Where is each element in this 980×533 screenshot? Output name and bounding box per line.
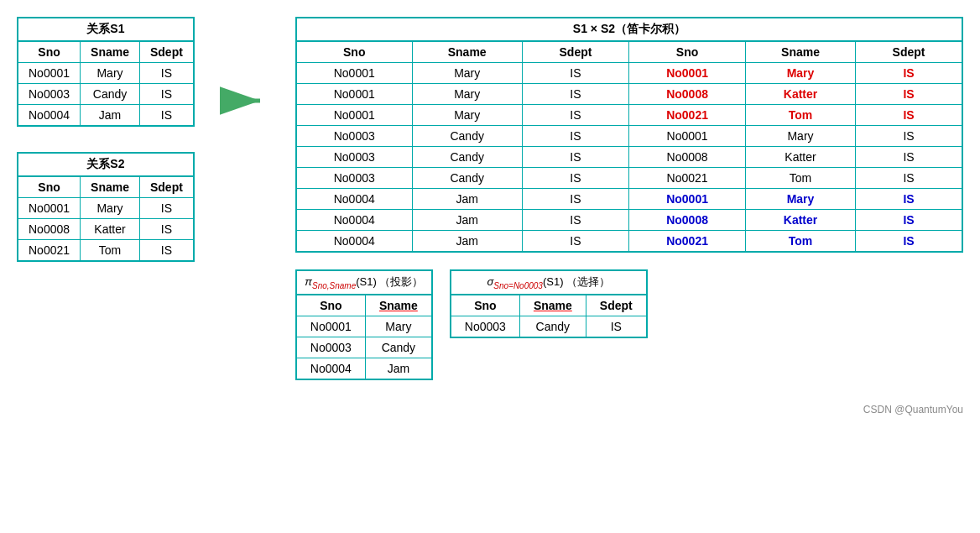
s1-header-sdept: Sdept — [139, 41, 193, 63]
s2-title: 关系S2 — [17, 152, 195, 175]
proj-h-sno: Sno — [296, 295, 366, 316]
s2-header-sno: Sno — [18, 176, 81, 198]
s1-table-container: 关系S1 Sno Sname Sdept No0001MaryISNo0003C… — [17, 17, 195, 127]
projection-math: πSno,Sname(S1) — [305, 275, 379, 288]
s2-header-sname: Sname — [81, 176, 140, 198]
bottom-row: πSno,Sname(S1) （投影） Sno Sname No0001Mary… — [295, 269, 963, 380]
s2-header-sdept: Sdept — [139, 176, 193, 198]
table-row: No0004Jam — [296, 358, 432, 379]
s1-header-sname: Sname — [81, 41, 140, 63]
table-row: No0001MaryISNo0001MaryIS — [296, 63, 962, 84]
table-row: No0004JamISNo0008KatterIS — [296, 210, 962, 231]
table-row: No0001MaryISNo0021TomIS — [296, 105, 962, 126]
cross-h-sdept2: Sdept — [856, 41, 962, 63]
table-row: No0004JamISNo0001MaryIS — [296, 189, 962, 210]
cross-h-sname2: Sname — [745, 41, 855, 63]
table-row: No0003CandyISNo0021TomIS — [296, 168, 962, 189]
sel-h-sdept: Sdept — [586, 295, 646, 316]
table-row: No0003CandyISNo0001MaryIS — [296, 126, 962, 147]
table-row: No0001MaryISNo0008KatterIS — [296, 84, 962, 105]
table-row: No0003CandyIS — [18, 84, 194, 105]
table-row: No0021TomIS — [18, 240, 194, 262]
arrow-icon — [220, 84, 270, 118]
s2-table-container: 关系S2 Sno Sname Sdept No0001MaryISNo0008K… — [17, 152, 195, 262]
table-row: No0001MaryIS — [18, 63, 194, 84]
main-container: 关系S1 Sno Sname Sdept No0001MaryISNo0003C… — [17, 17, 963, 415]
s1-header-sno: Sno — [18, 41, 81, 63]
table-row: No0008KatterIS — [18, 219, 194, 240]
table-row: No0003Candy — [296, 337, 432, 358]
table-row: No0001MaryIS — [18, 198, 194, 219]
table-row: No0003CandyISNo0008KatterIS — [296, 147, 962, 168]
left-column: 关系S1 Sno Sname Sdept No0001MaryISNo0003C… — [17, 17, 195, 262]
proj-h-sname: Sname — [365, 295, 431, 316]
watermark: CSDN @QuantumYou — [295, 404, 963, 415]
projection-table: Sno Sname No0001MaryNo0003CandyNo0004Jam — [295, 294, 433, 380]
selection-cn: （选择） — [566, 275, 610, 288]
table-row: No0004JamIS — [18, 105, 194, 127]
cross-h-sname1: Sname — [412, 41, 522, 63]
projection-container: πSno,Sname(S1) （投影） Sno Sname No0001Mary… — [295, 269, 433, 380]
right-column: S1 × S2（笛卡尔积） Sno Sname Sdept Sno Sname … — [295, 17, 963, 415]
selection-container: σSno=No0003(S1) （选择） Sno Sname Sdept No0… — [450, 269, 648, 338]
cross-table: Sno Sname Sdept Sno Sname Sdept No0001Ma… — [295, 40, 963, 253]
table-row: No0003CandyIS — [451, 316, 647, 337]
table-row: No0004JamISNo0021TomIS — [296, 231, 962, 253]
projection-cn: （投影） — [379, 275, 423, 288]
selection-math: σSno=No0003(S1) — [487, 275, 566, 288]
cross-title: S1 × S2（笛卡尔积） — [295, 17, 963, 40]
cross-h-sno2: Sno — [629, 41, 746, 63]
cross-h-sdept1: Sdept — [522, 41, 628, 63]
sel-h-sno: Sno — [451, 295, 520, 316]
s1-table: Sno Sname Sdept No0001MaryISNo0003CandyI… — [17, 40, 195, 127]
cross-h-sno1: Sno — [296, 41, 412, 63]
table-row: No0001Mary — [296, 316, 432, 337]
sel-h-sname: Sname — [519, 295, 586, 316]
s1-title: 关系S1 — [17, 17, 195, 40]
projection-caption: πSno,Sname(S1) （投影） — [295, 269, 433, 294]
selection-table: Sno Sname Sdept No0003CandyIS — [450, 294, 648, 338]
s2-table: Sno Sname Sdept No0001MaryISNo0008Katter… — [17, 175, 195, 262]
cross-table-container: S1 × S2（笛卡尔积） Sno Sname Sdept Sno Sname … — [295, 17, 963, 253]
selection-caption: σSno=No0003(S1) （选择） — [450, 269, 648, 294]
